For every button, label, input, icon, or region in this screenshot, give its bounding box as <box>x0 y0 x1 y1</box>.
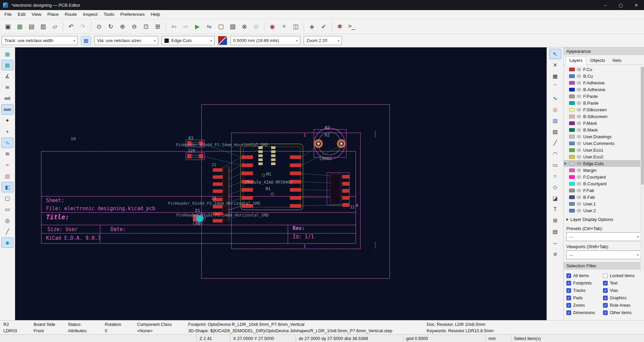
filter-checkbox[interactable]: Pads <box>566 294 603 302</box>
board-search-button[interactable]: ⌖ <box>278 21 290 32</box>
visibility-eye-icon[interactable] <box>577 122 581 125</box>
reference-j2[interactable]: J2 <box>350 205 354 210</box>
filter-checkbox[interactable]: Tracks <box>566 287 603 294</box>
layer-color-swatch[interactable] <box>569 94 575 98</box>
plot-button[interactable]: ▱ <box>49 21 60 32</box>
layer-row[interactable]: ▶ B.Cu <box>564 73 644 79</box>
reference-r2[interactable]: R2 <box>325 125 330 130</box>
footprint-editor-button[interactable]: ◈ <box>306 21 317 32</box>
lock-button[interactable]: ⊗ <box>239 21 250 32</box>
nav-back-button[interactable]: ⇦ <box>168 21 179 32</box>
save-button[interactable]: ▣ <box>2 21 13 32</box>
value-220[interactable]: 220 <box>188 148 195 153</box>
unlock-button[interactable]: ⊘ <box>251 21 262 32</box>
visibility-eye-icon[interactable] <box>577 182 581 185</box>
reference-d1[interactable]: D1 <box>195 208 200 213</box>
filter-checkbox[interactable]: All items <box>566 272 603 279</box>
toolbar-button[interactable] <box>63 22 63 31</box>
sketch-pads-button[interactable]: ▭ <box>1 204 13 215</box>
layer-color-swatch[interactable] <box>569 121 575 125</box>
drc-button[interactable]: ✔ <box>318 21 329 32</box>
visibility-eye-icon[interactable] <box>577 196 581 199</box>
visibility-eye-icon[interactable] <box>577 108 581 111</box>
plugin-button[interactable]: ✱ <box>334 21 345 32</box>
layer-color-swatch[interactable] <box>569 168 575 172</box>
units-inches-button[interactable]: in <box>1 82 13 92</box>
layer-color-swatch[interactable] <box>569 101 575 105</box>
layer-color-swatch[interactable] <box>569 68 575 71</box>
pcb-canvas[interactable]: 10 R3 220 PinHeader_01x04_P2.54mm_Horizo… <box>15 47 547 320</box>
footprint-name-text[interactable]: PinHeader_01x04_P2.54mm_Horizontal_SMD <box>176 143 268 147</box>
visibility-eye-icon[interactable] <box>577 155 581 158</box>
layer-color-swatch[interactable] <box>569 155 575 159</box>
select-tool[interactable]: ↖ <box>549 49 561 59</box>
net-highlight-button[interactable]: ▧ <box>1 171 13 181</box>
active-layer-dropdown[interactable]: Edge.Cuts▾ <box>162 36 215 45</box>
find-button[interactable]: ⊙ <box>93 21 104 32</box>
filter-checkbox[interactable]: Locked items <box>603 272 643 279</box>
layer-row[interactable]: ▶ Edge.Cuts <box>564 160 644 167</box>
add-zone-tool[interactable]: ▨ <box>549 115 561 126</box>
area-select-button[interactable]: ▢ <box>215 21 226 32</box>
layer-color-swatch[interactable] <box>569 202 575 206</box>
layer-color-swatch[interactable] <box>569 115 575 118</box>
titleblock-kicad[interactable]: KiCad E.D.A. 9.0.7 <box>46 235 101 241</box>
draw-circle-tool[interactable]: ○ <box>549 171 561 181</box>
toolbar-button[interactable] <box>332 22 332 31</box>
panel-scrollbar[interactable] <box>640 66 644 271</box>
footprint-name-text[interactable]: PinHeader_01x01_P2.54mm_Horizontal_SMD <box>176 213 269 218</box>
add-rule-area-tool[interactable]: ▧ <box>549 126 561 137</box>
via-size-dropdown[interactable]: Via: use netclass sizes▾ <box>94 36 158 45</box>
filter-checkbox[interactable]: Footprints <box>566 279 603 287</box>
layer-row[interactable]: ▶ F.Adhesive <box>564 79 644 86</box>
menu-item[interactable]: Route <box>62 10 80 19</box>
layer-row[interactable]: ▶ F.Paste <box>564 93 644 100</box>
layer-color-swatch[interactable] <box>569 142 575 145</box>
layer-row[interactable]: ▶ B.Fab <box>564 194 644 200</box>
layer-color-swatch[interactable] <box>569 162 575 165</box>
filter-checkbox[interactable]: Rule Areas <box>603 302 643 309</box>
layer-row[interactable]: ▶ User.1 <box>564 200 644 207</box>
visibility-eye-icon[interactable] <box>577 68 581 71</box>
layer-row[interactable]: ▶ F.Fab <box>564 187 644 194</box>
menu-item[interactable]: Preferences <box>117 10 148 19</box>
tune-length-tool[interactable]: ∿ <box>549 93 561 104</box>
via-properties-button[interactable]: ◉ <box>267 21 278 32</box>
layer-row[interactable]: ▶ F.Silkscreen <box>564 106 644 113</box>
footprint-name-text[interactable]: PinHeader_01x04_P2.54mm_Horizontal_SMD <box>168 201 260 206</box>
track-width-dropdown[interactable]: Track: use netclass width▾ <box>2 36 78 45</box>
menu-item[interactable]: Tools <box>100 10 117 19</box>
layer-color-swatch[interactable] <box>569 74 575 78</box>
layer-color-swatch[interactable] <box>569 148 575 152</box>
layer-color-swatch[interactable] <box>569 189 575 192</box>
layer-color-swatch[interactable] <box>569 81 575 85</box>
ratsnest-visibility-button[interactable]: ∿ <box>1 138 13 148</box>
sketch-vias-button[interactable]: ◎ <box>1 215 13 226</box>
filter-checkbox[interactable]: Text <box>603 279 643 287</box>
local-ratsnest-tool[interactable]: ✕ <box>549 60 561 70</box>
layer-row[interactable]: ▶ User.Eco2 <box>564 153 644 160</box>
toolbar-button[interactable] <box>91 22 91 31</box>
grid-size-dropdown[interactable]: 0.5000 mm (19.69 mils)▾ <box>230 36 300 45</box>
layer-row[interactable]: ▶ B.Mask <box>564 126 644 133</box>
layer-row[interactable]: ▶ F.Courtyard <box>564 174 644 180</box>
visibility-eye-icon[interactable] <box>577 176 581 179</box>
filter-checkbox[interactable]: Graphics <box>603 294 643 302</box>
filter-checkbox[interactable]: Zones <box>566 302 603 309</box>
menu-item[interactable]: Inspect <box>80 10 101 19</box>
presets-dropdown[interactable]: ---▾ <box>566 232 641 241</box>
layer-row[interactable]: ▶ User.2 <box>564 207 644 214</box>
layer-row[interactable]: ▶ F.Cu <box>564 66 644 73</box>
layer-pair-button[interactable] <box>218 36 227 45</box>
units-mils-button[interactable]: mil <box>1 93 13 104</box>
reference-m1[interactable]: M1 <box>266 172 271 177</box>
flip-board-view-button[interactable]: ⇋ <box>204 21 215 32</box>
print-button[interactable]: ▥ <box>38 21 49 32</box>
sketch-zones-button[interactable]: ▢ <box>1 193 13 203</box>
undo-button[interactable]: ↶ <box>66 21 77 32</box>
reference-r3[interactable]: R3 <box>188 136 193 141</box>
ratsnest-curved-button[interactable]: ≋ <box>1 149 13 159</box>
three-d-viewer-button[interactable]: ◫ <box>290 21 301 32</box>
draw-rectangle-tool[interactable]: ▭ <box>549 160 561 170</box>
visibility-eye-icon[interactable] <box>577 95 581 98</box>
